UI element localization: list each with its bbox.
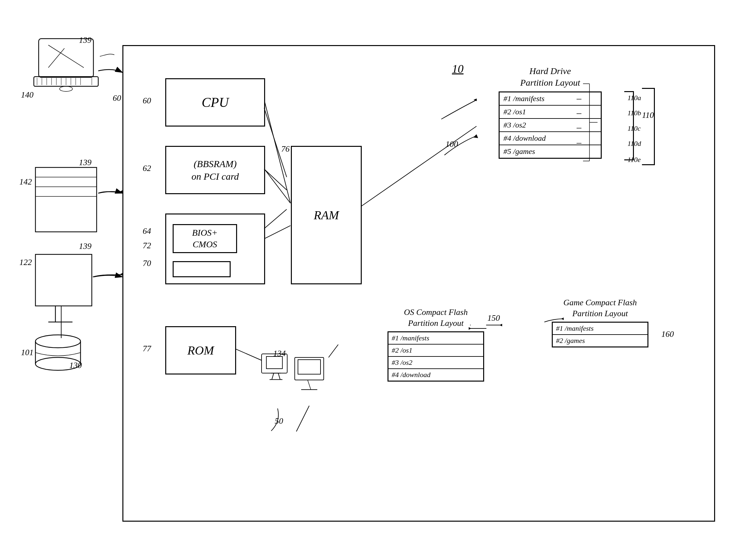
bracket-110-inner [624, 91, 634, 160]
svg-line-2 [265, 226, 291, 239]
hd-row-4: #4 /download [499, 132, 601, 145]
os-cf-row-3: #3 /os2 [388, 357, 483, 369]
label-101: 101 [21, 348, 34, 357]
os-cf-row-4: #4 /download [388, 369, 483, 381]
svg-marker-12 [499, 323, 502, 326]
svg-line-1 [265, 170, 291, 203]
os-cf-layout: OS Compact FlashPartition Layout #1 /man… [375, 307, 497, 382]
bbsram-label: (BBSRAM)on PCI card [191, 157, 239, 183]
svg-point-29 [60, 86, 72, 91]
server-box-142 [36, 167, 97, 232]
game-cf-row-2: #2 /games [553, 335, 647, 346]
ram-label: RAM [314, 208, 339, 222]
hd-row-5: #5 /games [499, 145, 601, 158]
label-77: 77 [143, 344, 151, 354]
game-cf-title: Game Compact FlashPartition Layout [536, 297, 665, 319]
diagram-container: 10 CPU (BBSRAM)on PCI card BIOS+CMOS RAM… [19, 19, 734, 541]
label-139-top: 139 [79, 36, 91, 45]
svg-line-10 [278, 373, 280, 380]
os-cf-title: OS Compact FlashPartition Layout [375, 307, 497, 329]
main-system-box: 10 CPU (BBSRAM)on PCI card BIOS+CMOS RAM… [123, 45, 715, 522]
hd-partition-layout: Hard DrivePartition Layout #1 /manifests… [478, 65, 623, 159]
label-70: 70 [143, 259, 151, 268]
bios-inner-box: BIOS+CMOS [173, 224, 237, 253]
svg-rect-30 [36, 167, 97, 232]
svg-line-3 [361, 126, 477, 206]
label-60-outside: 60 [113, 93, 121, 103]
bios-label: BIOS+CMOS [192, 227, 218, 250]
os-cf-row-1: #1 /manifests [388, 332, 483, 344]
label-134: 134 [273, 349, 286, 358]
rom-box: ROM [165, 326, 236, 375]
label-139-bot: 139 [79, 242, 91, 251]
system-label: 10 [452, 62, 464, 76]
label-140: 140 [21, 90, 34, 100]
bracket-110-outer [642, 88, 655, 165]
svg-point-37 [36, 335, 81, 348]
svg-marker-4 [473, 134, 478, 138]
hd-row-2: #2 /os1 [499, 106, 601, 119]
cpu-label: CPU [202, 95, 229, 110]
box-122 [36, 254, 92, 322]
svg-line-16 [48, 48, 64, 68]
label-72: 72 [143, 241, 151, 250]
hd-row-3: #3 /os2 [499, 119, 601, 132]
label-62: 62 [143, 163, 151, 173]
hd-title: Hard DrivePartition Layout [478, 65, 623, 89]
svg-marker-43 [120, 273, 123, 276]
svg-line-9 [272, 373, 274, 380]
label-76: 76 [281, 144, 290, 154]
bbsram-box: (BBSRAM)on PCI card [165, 146, 265, 194]
game-cf-box: #1 /manifests #2 /games [552, 322, 648, 348]
ram-box: RAM [291, 146, 362, 284]
svg-line-15 [48, 45, 84, 68]
svg-rect-17 [34, 76, 98, 86]
label-50: 50 [275, 416, 283, 426]
game-cf-row-1: #1 /manifests [553, 323, 647, 335]
bios-small-box [173, 261, 231, 277]
game-cf-layout: Game Compact FlashPartition Layout #1 /m… [536, 297, 665, 348]
os-cf-row-2: #2 /os1 [388, 344, 483, 357]
laptop-drawing [34, 39, 98, 91]
label-139-mid: 139 [79, 158, 91, 167]
label-60: 60 [143, 96, 151, 106]
os-cf-box: #1 /manifests #2 /os1 #3 /os2 #4 /downlo… [387, 331, 484, 382]
rom-label: ROM [187, 343, 214, 357]
label-64: 64 [143, 226, 151, 236]
label-150: 150 [487, 313, 500, 323]
hd-row-1: #1 /manifests [499, 92, 601, 106]
bios-outer-box: BIOS+CMOS [165, 214, 265, 284]
svg-rect-34 [36, 254, 92, 306]
label-130: 130 [69, 361, 82, 370]
svg-marker-42 [120, 190, 123, 193]
cpu-box: CPU [165, 78, 265, 127]
label-100: 100 [445, 139, 458, 149]
hd-box: #1 /manifests #2 /os1 #3 /os2 #4 /downlo… [498, 91, 602, 159]
svg-line-5 [236, 349, 262, 360]
label-122: 122 [19, 258, 32, 267]
label-142: 142 [19, 177, 32, 187]
label-160: 160 [661, 330, 674, 339]
